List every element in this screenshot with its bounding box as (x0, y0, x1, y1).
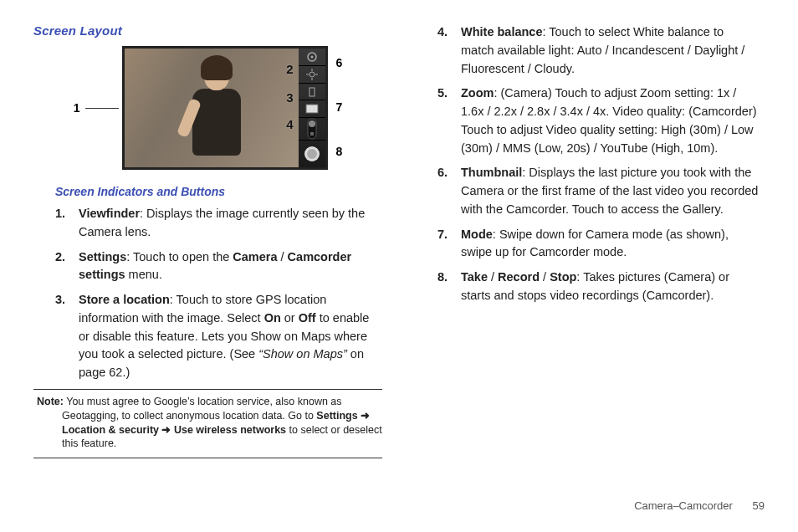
divider (33, 458, 382, 458)
item-text: : Touch to open the (126, 250, 233, 263)
subsection-title: Screen Indicators and Buttons (55, 185, 382, 198)
item-term: Settings (79, 250, 126, 263)
subject-head (204, 60, 229, 90)
shutter-icon (299, 141, 325, 167)
item-number: 3. (55, 291, 65, 309)
left-column: Screen Layout 1 2 3 4 (33, 23, 382, 463)
item-term: Stop (550, 270, 576, 284)
item-text: : (Camera) Touch to adjust Zoom setting:… (461, 86, 757, 154)
viewfinder-illustration: 2 3 4 (122, 46, 328, 170)
list-item: 8. Take / Record / Stop: Takes pictures … (461, 269, 760, 305)
svg-rect-8 (306, 105, 318, 113)
item-text: : Swipe down for Camera mode (as shown),… (461, 228, 729, 259)
list-item: 7. Mode: Swipe down for Camera mode (as … (461, 226, 760, 263)
item-term: Store a location (79, 293, 170, 306)
screen-layout-diagram: 1 2 3 4 (33, 46, 382, 170)
item-term: White balance (461, 25, 543, 38)
zoom-icon (299, 84, 325, 101)
label-4: 4 (286, 117, 293, 131)
item-term: Zoom (461, 86, 494, 100)
right-column: 4. White balance: Touch to select White … (416, 23, 765, 463)
footer-section: Camera–Camcorder (634, 499, 733, 512)
left-numbered-list: 1. Viewfinder: Displays the image curren… (79, 205, 377, 382)
arrow-icon: ➜ (159, 424, 174, 436)
mode-switch-icon (299, 118, 325, 141)
svg-point-1 (310, 55, 313, 58)
page-columns: Screen Layout 1 2 3 4 (33, 23, 765, 463)
item-number: 2. (55, 248, 65, 267)
sep: / (540, 270, 550, 284)
subject-body (192, 89, 241, 156)
svg-point-13 (307, 149, 317, 159)
gear-icon (299, 49, 325, 66)
item-number: 6. (437, 164, 448, 182)
subject-person (183, 60, 250, 170)
item-term: Thumbnail (461, 166, 522, 179)
sep: / (278, 250, 288, 263)
gps-icon (299, 66, 325, 84)
arrow-icon: ➜ (358, 410, 370, 422)
bold: Use wireless networks (174, 424, 286, 436)
right-callouts: 6 7 8 (336, 46, 343, 170)
svg-point-2 (309, 72, 315, 77)
svg-rect-11 (310, 132, 314, 136)
list-item: 4. White balance: Touch to select White … (461, 23, 760, 78)
item-number: 4. (437, 23, 448, 42)
page-footer: Camera–Camcorder 59 (634, 499, 765, 512)
list-item: 2. Settings: Touch to open the Camera / … (79, 248, 377, 285)
page-number: 59 (753, 499, 765, 512)
item-term: Record (498, 270, 540, 284)
list-item: 1. Viewfinder: Displays the image curren… (79, 205, 377, 242)
svg-point-10 (309, 120, 315, 127)
right-numbered-list: 4. White balance: Touch to select White … (461, 23, 760, 305)
label-6: 6 (336, 56, 343, 69)
item-term: Mode (461, 228, 493, 241)
item-number: 5. (437, 84, 448, 103)
leader-line (85, 108, 119, 109)
list-item: 3. Store a location: Touch to store GPS … (79, 291, 377, 382)
note-label: Note: (37, 396, 64, 407)
label-1: 1 (74, 101, 80, 115)
or: or (281, 311, 299, 325)
label-8: 8 (336, 145, 343, 158)
bold: On (264, 311, 281, 325)
item-term: Take (461, 270, 488, 284)
item-number: 8. (437, 269, 448, 287)
svg-rect-7 (309, 88, 315, 96)
camera-sidebar (299, 49, 325, 167)
list-item: 6. Thumbnail: Displays the last picture … (461, 164, 760, 218)
bold: Settings (316, 410, 357, 422)
thumbnail-icon (299, 100, 325, 118)
item-term: Viewfinder (79, 207, 140, 220)
cross-ref: “Show on Maps” (258, 347, 347, 361)
item-number: 7. (437, 226, 448, 244)
section-title: Screen Layout (33, 23, 382, 38)
callout-1: 1 (74, 101, 119, 115)
bold: Camera (233, 250, 277, 263)
bold: Off (299, 311, 316, 325)
note-block: Note: You must agree to Google’s locatio… (33, 395, 382, 452)
list-item: 5. Zoom: (Camera) Touch to adjust Zoom s… (461, 84, 760, 157)
item-text: menu. (125, 268, 162, 281)
label-2: 2 (286, 62, 293, 76)
subject-hair (201, 55, 233, 80)
divider (33, 389, 382, 390)
label-7: 7 (336, 100, 343, 114)
label-3: 3 (286, 90, 293, 105)
bold: Location & security (62, 424, 159, 436)
note-text: You must agree to Google’s location serv… (62, 396, 342, 422)
item-number: 1. (55, 205, 65, 223)
sep: / (488, 270, 498, 284)
